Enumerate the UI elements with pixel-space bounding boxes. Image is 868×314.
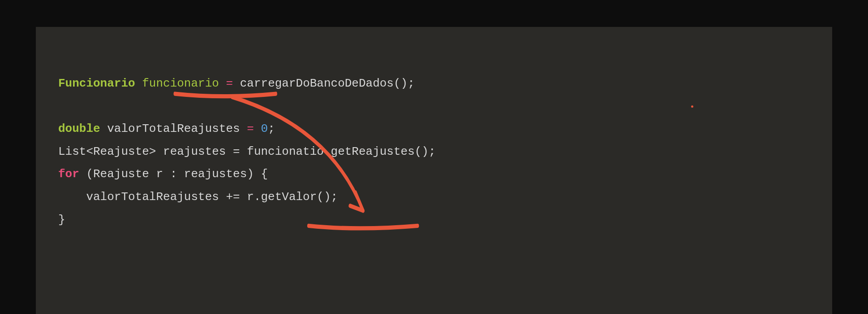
token-operator: =	[226, 77, 233, 90]
annotation-dot	[691, 105, 693, 108]
intro-paragraph: eu tenho que manipular as informações de…	[36, 0, 832, 4]
token-variable: valorTotalReajustes	[107, 122, 240, 135]
token-variable-funcionario: funcionario	[142, 77, 219, 90]
token-rest: (Reajuste r : reajustes) {	[79, 167, 268, 181]
token-variable-funcionatio: funcionatio	[247, 145, 324, 158]
annotation-arrowhead	[350, 192, 363, 211]
token-keyword-for: for	[58, 167, 79, 181]
code-block: Funcionario funcionario = carregarDoBanc…	[36, 27, 832, 314]
token-call: carregarDoBancoDeDados();	[240, 77, 415, 90]
token-body: valorTotalReajustes += r.getValor();	[58, 190, 338, 204]
token-semicolon: ;	[268, 122, 275, 135]
token-number: 0	[261, 122, 268, 135]
token-close: }	[58, 213, 65, 227]
token-type: Funcionario	[58, 77, 135, 90]
underline-funcionario	[175, 94, 276, 96]
token-type: double	[58, 122, 100, 135]
token-declaration: List<Reajuste> reajustes =	[58, 145, 247, 158]
token-rest: .getReajustes();	[324, 145, 436, 158]
token-operator: =	[247, 122, 254, 135]
underline-funcionatio	[309, 226, 418, 228]
